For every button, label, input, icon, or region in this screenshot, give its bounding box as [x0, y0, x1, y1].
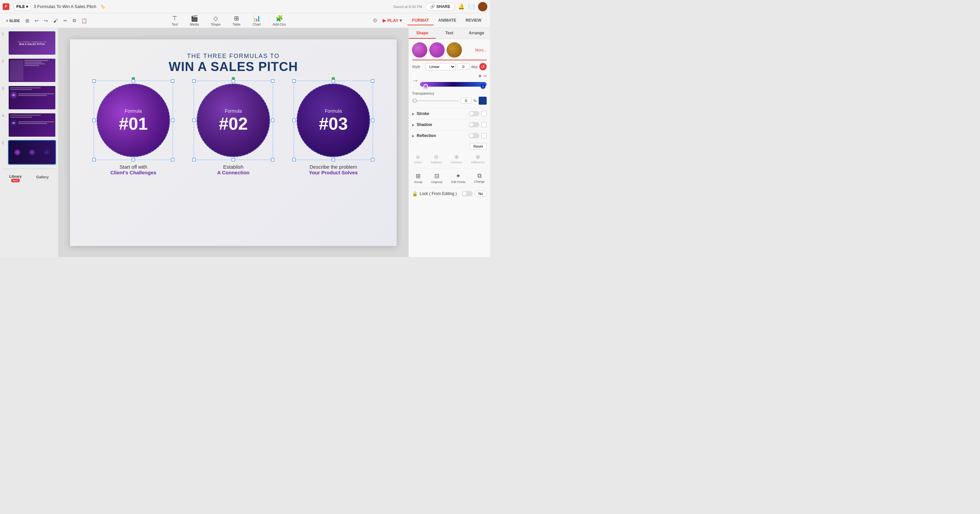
- tab-animate[interactable]: ANIMATE: [434, 16, 461, 25]
- reset-button[interactable]: Reset: [470, 143, 487, 150]
- chart-tool[interactable]: 📊 Chart: [249, 13, 264, 28]
- gallery-button[interactable]: Gallery: [37, 174, 49, 182]
- resize-handle-tc-2[interactable]: [232, 80, 235, 83]
- color-swatch-3[interactable]: [447, 42, 462, 58]
- slide-preview-4[interactable]: #03: [8, 113, 56, 137]
- resize-handle-mr-1[interactable]: [171, 119, 174, 122]
- resize-handle-br-3[interactable]: [371, 158, 374, 161]
- resize-handle-br-1[interactable]: [171, 158, 174, 161]
- resize-handle-bc-1[interactable]: [132, 158, 135, 161]
- transparency-input[interactable]: [461, 98, 471, 103]
- resize-handle-bl-1[interactable]: [92, 158, 95, 161]
- resize-handle-tl-3[interactable]: [292, 80, 296, 83]
- tab-format[interactable]: FORMAT: [407, 16, 433, 25]
- formula-circle-3[interactable]: Formula #03: [297, 84, 370, 157]
- resize-handle-tl-1[interactable]: [92, 80, 95, 83]
- lock-no-button[interactable]: No: [475, 191, 487, 197]
- mail-icon[interactable]: ✉️: [468, 3, 475, 10]
- reflection-square[interactable]: [481, 133, 487, 138]
- library-button[interactable]: Library New: [10, 174, 22, 182]
- slide-preview-5[interactable]: [8, 140, 56, 165]
- resize-handle-br-2[interactable]: [271, 158, 274, 161]
- text-tool[interactable]: ⊤ Text: [168, 13, 181, 28]
- slide-thumb-5[interactable]: 5: [2, 140, 56, 165]
- slide-preview-2[interactable]: [8, 58, 56, 83]
- tab-review[interactable]: REVIEW: [461, 16, 486, 25]
- play-button[interactable]: ▶ PLAY ▾: [380, 17, 405, 24]
- transparency-slider[interactable]: [412, 100, 459, 101]
- tab-shape[interactable]: Shape: [409, 28, 436, 39]
- shape-tool[interactable]: ◇ Shape: [208, 13, 224, 28]
- lock-toggle[interactable]: [462, 191, 473, 196]
- formula-circle-1[interactable]: Formula #01: [97, 84, 170, 157]
- tab-arrange[interactable]: Arrange: [463, 28, 490, 39]
- rotate-direction-button[interactable]: ↺: [479, 63, 487, 70]
- avatar[interactable]: [478, 2, 487, 11]
- color-swatch-1[interactable]: [412, 42, 427, 58]
- addons-tool[interactable]: 🧩 Add-Ons: [269, 13, 289, 28]
- formula-3-selection[interactable]: Formula #03: [294, 81, 373, 160]
- style-select[interactable]: Linear Radial: [426, 63, 456, 70]
- gradient-stop-left[interactable]: [423, 84, 428, 89]
- resize-handle-tc-3[interactable]: [332, 80, 335, 83]
- stroke-toggle[interactable]: [469, 111, 479, 116]
- resize-handle-bl-2[interactable]: [192, 158, 196, 161]
- add-stop-button[interactable]: +: [478, 73, 481, 79]
- resize-handle-bl-3[interactable]: [292, 158, 296, 161]
- resize-handle-tr-2[interactable]: [271, 80, 274, 83]
- change-tool[interactable]: ⧉ Change: [472, 171, 487, 185]
- shadow-square[interactable]: [481, 122, 487, 127]
- resize-handle-tr-1[interactable]: [171, 80, 174, 83]
- edit-points-tool[interactable]: ✦ Edit Points: [449, 171, 467, 185]
- slide-thumb-2[interactable]: 2: [2, 58, 56, 83]
- add-slide-button[interactable]: + SLIDE: [4, 18, 22, 24]
- resize-handle-tl-2[interactable]: [192, 80, 196, 83]
- subtract-op[interactable]: ⊖ Subtract: [429, 152, 444, 165]
- ungroup-tool[interactable]: ⊟ Ungroup: [429, 171, 445, 185]
- slide-thumb-3[interactable]: 3 #02: [2, 85, 56, 110]
- reflection-toggle[interactable]: [469, 133, 479, 138]
- notification-icon[interactable]: 🔔: [458, 3, 465, 10]
- color-swatch-2[interactable]: [430, 42, 445, 58]
- slide-preview-1[interactable]: THE THREE FORMULAS TO WIN A SALES PITCH: [8, 31, 56, 55]
- resize-handle-ml-3[interactable]: [292, 119, 296, 122]
- redo-icon[interactable]: ↪: [42, 17, 50, 25]
- intersect-op[interactable]: ⊗ Intersect: [449, 152, 465, 165]
- resize-handle-tc-1[interactable]: [132, 80, 135, 83]
- resize-handle-ml-2[interactable]: [192, 119, 196, 122]
- stroke-square[interactable]: [481, 111, 487, 116]
- media-tool[interactable]: 🎬 Media: [187, 13, 202, 28]
- deg-input[interactable]: [458, 63, 469, 70]
- resize-handle-mr-3[interactable]: [371, 119, 374, 122]
- paint-icon[interactable]: 🖌: [51, 17, 60, 25]
- table-tool[interactable]: ⊞ Table: [229, 13, 244, 28]
- copy-icon[interactable]: ⧉: [71, 16, 78, 25]
- resize-handle-tr-3[interactable]: [371, 80, 374, 83]
- undo-icon[interactable]: ↩: [33, 17, 41, 25]
- transparency-thumb[interactable]: [413, 99, 417, 103]
- resize-handle-ml-1[interactable]: [92, 119, 95, 122]
- file-button[interactable]: FILE ▾: [13, 3, 31, 10]
- resize-handle-bc-3[interactable]: [332, 158, 335, 161]
- share-button[interactable]: 🔗 SHARE: [426, 3, 455, 11]
- formula-2-selection[interactable]: Formula #02: [194, 81, 273, 160]
- resize-handle-mr-2[interactable]: [271, 119, 274, 122]
- resize-handle-bc-2[interactable]: [232, 158, 235, 161]
- group-tool[interactable]: ⊞ Group: [412, 171, 424, 185]
- union-op[interactable]: ⊌ Union: [412, 152, 424, 165]
- formula-1-selection[interactable]: Formula #01: [94, 81, 173, 160]
- scissors-icon[interactable]: ✂: [61, 17, 69, 25]
- more-colors-link[interactable]: More...: [475, 48, 487, 52]
- slide-preview-3[interactable]: #02: [8, 85, 56, 110]
- formula-circle-2[interactable]: Formula #02: [197, 84, 270, 157]
- paste-icon[interactable]: 📋: [80, 17, 89, 25]
- gradient-bar[interactable]: [420, 82, 487, 87]
- color-square[interactable]: [479, 97, 487, 105]
- difference-op[interactable]: ⊕ Difference: [469, 152, 487, 165]
- shadow-toggle[interactable]: [469, 122, 479, 127]
- slide-thumb-4[interactable]: 4 #03: [2, 113, 56, 137]
- slide-thumb-1[interactable]: 1 THE THREE FORMULAS TO WIN A SALES PITC…: [2, 31, 56, 55]
- layout-icon[interactable]: ⊞: [23, 17, 31, 25]
- settings-icon[interactable]: ⚙: [373, 18, 377, 24]
- tab-text[interactable]: Text: [436, 28, 463, 39]
